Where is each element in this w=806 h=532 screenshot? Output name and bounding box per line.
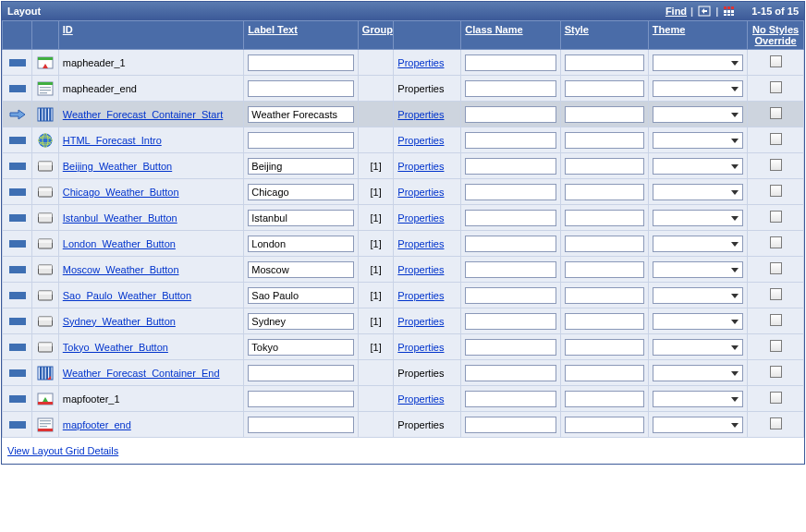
properties-link[interactable]: Properties: [397, 212, 444, 224]
id-link[interactable]: Moscow_Weather_Button: [63, 264, 179, 275]
label-cell[interactable]: [244, 360, 359, 386]
theme-combo[interactable]: [653, 106, 743, 123]
theme-combo[interactable]: [653, 391, 743, 407]
theme-cell[interactable]: [648, 360, 747, 386]
properties-cell[interactable]: Properties: [394, 127, 461, 153]
row-type-icon[interactable]: [32, 76, 58, 102]
row-type-icon[interactable]: [32, 257, 58, 283]
classname-input[interactable]: [465, 54, 556, 71]
classname-input[interactable]: [465, 80, 556, 97]
label-input[interactable]: [248, 184, 354, 200]
nostyles-cell[interactable]: [748, 308, 804, 334]
style-cell[interactable]: [560, 283, 648, 308]
theme-combo[interactable]: [653, 158, 743, 175]
row-type-icon[interactable]: [32, 127, 58, 153]
style-cell[interactable]: [560, 386, 648, 412]
theme-cell[interactable]: [648, 179, 747, 205]
properties-link[interactable]: Properties: [397, 238, 444, 249]
nostyles-cell[interactable]: [748, 386, 804, 412]
label-cell[interactable]: [244, 76, 359, 102]
style-input[interactable]: [565, 158, 644, 175]
nostyles-checkbox[interactable]: [770, 314, 782, 326]
row-marker-cell[interactable]: [3, 257, 32, 283]
classname-cell[interactable]: [461, 283, 560, 308]
nostyles-checkbox[interactable]: [770, 340, 782, 352]
theme-cell[interactable]: [648, 205, 747, 231]
theme-combo[interactable]: [653, 132, 743, 149]
classname-cell[interactable]: [461, 76, 560, 102]
properties-cell[interactable]: Properties: [394, 231, 461, 257]
row-type-icon[interactable]: [32, 308, 58, 334]
style-input[interactable]: [565, 132, 644, 149]
nostyles-cell[interactable]: [748, 283, 804, 308]
col-class[interactable]: Class Name: [461, 21, 560, 50]
properties-link[interactable]: Properties: [397, 316, 444, 327]
label-input[interactable]: [248, 158, 354, 175]
nostyles-cell[interactable]: [748, 412, 804, 438]
properties-cell[interactable]: Properties: [394, 308, 461, 334]
style-input[interactable]: [565, 417, 644, 433]
label-input[interactable]: [248, 339, 354, 356]
label-cell[interactable]: [244, 283, 359, 308]
style-cell[interactable]: [560, 127, 648, 153]
theme-cell[interactable]: [648, 283, 747, 308]
id-cell[interactable]: Chicago_Weather_Button: [58, 179, 244, 205]
row-marker-cell[interactable]: [3, 231, 32, 257]
theme-combo[interactable]: [653, 417, 743, 433]
classname-input[interactable]: [465, 158, 556, 175]
nostyles-checkbox[interactable]: [770, 236, 782, 248]
row-marker-cell[interactable]: [3, 127, 32, 153]
nostyles-cell[interactable]: [748, 76, 804, 102]
style-input[interactable]: [565, 339, 644, 356]
classname-cell[interactable]: [461, 205, 560, 231]
id-cell[interactable]: Sao_Paulo_Weather_Button: [58, 283, 244, 308]
classname-cell[interactable]: [461, 179, 560, 205]
nostyles-checkbox[interactable]: [770, 133, 782, 145]
row-marker-cell[interactable]: [3, 153, 32, 179]
row-marker-cell[interactable]: [3, 360, 32, 386]
id-link[interactable]: mapfooter_end: [63, 419, 131, 430]
properties-cell[interactable]: Properties: [394, 386, 461, 412]
col-id[interactable]: ID: [58, 21, 244, 50]
label-cell[interactable]: [244, 231, 359, 257]
style-input[interactable]: [565, 80, 644, 97]
row-type-icon[interactable]: [32, 412, 58, 438]
style-cell[interactable]: [560, 334, 648, 360]
classname-input[interactable]: [465, 287, 556, 304]
label-input[interactable]: [248, 236, 354, 252]
theme-cell[interactable]: [648, 231, 747, 257]
properties-cell[interactable]: Properties: [394, 334, 461, 360]
label-cell[interactable]: [244, 102, 359, 127]
nostyles-checkbox[interactable]: [770, 288, 782, 300]
classname-cell[interactable]: [461, 102, 560, 127]
classname-input[interactable]: [465, 261, 556, 278]
style-cell[interactable]: [560, 153, 648, 179]
nostyles-cell[interactable]: [748, 127, 804, 153]
label-cell[interactable]: [244, 412, 359, 438]
properties-link[interactable]: Properties: [397, 264, 444, 275]
properties-link[interactable]: Properties: [397, 342, 444, 353]
nostyles-checkbox[interactable]: [770, 185, 782, 197]
id-link[interactable]: Tokyo_Weather_Button: [63, 342, 168, 353]
row-type-icon[interactable]: [32, 334, 58, 360]
classname-input[interactable]: [465, 184, 556, 200]
properties-cell[interactable]: Properties: [394, 283, 461, 308]
style-cell[interactable]: [560, 257, 648, 283]
label-input[interactable]: [248, 313, 354, 330]
theme-combo[interactable]: [653, 210, 743, 226]
col-theme[interactable]: Theme: [648, 21, 747, 50]
nostyles-cell[interactable]: [748, 50, 804, 76]
nostyles-cell[interactable]: [748, 334, 804, 360]
nostyles-checkbox[interactable]: [770, 417, 782, 429]
label-input[interactable]: [248, 106, 354, 123]
row-type-icon[interactable]: [32, 153, 58, 179]
style-cell[interactable]: [560, 412, 648, 438]
classname-input[interactable]: [465, 339, 556, 356]
properties-link[interactable]: Properties: [397, 109, 444, 120]
label-cell[interactable]: [244, 205, 359, 231]
style-input[interactable]: [565, 184, 644, 200]
properties-link[interactable]: Properties: [397, 290, 444, 301]
find-link[interactable]: Find: [666, 6, 687, 17]
style-input[interactable]: [565, 54, 644, 71]
style-input[interactable]: [565, 391, 644, 407]
